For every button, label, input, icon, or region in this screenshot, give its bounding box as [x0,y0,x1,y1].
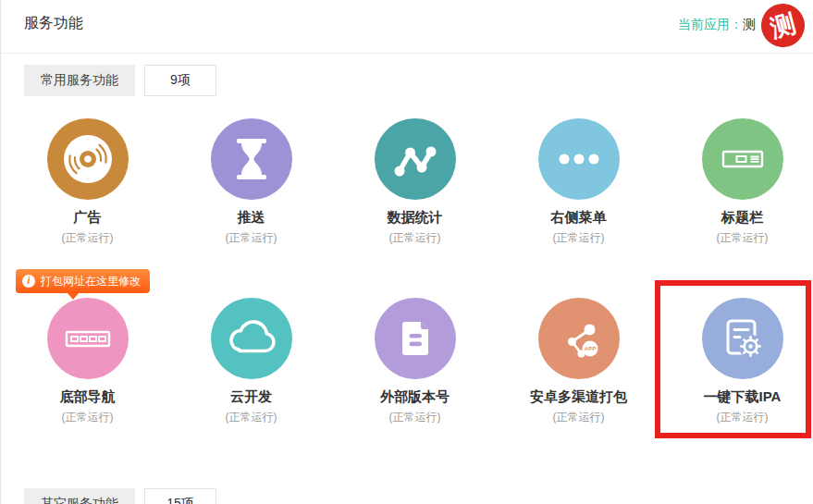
service-status: (正常运行) [717,411,769,424]
document-icon[interactable] [375,298,456,379]
disc-icon[interactable] [47,118,129,200]
other-services-count: 15项 [144,488,216,504]
service-name: 外部版本号 [380,388,450,405]
current-app-indicator: 当前应用：测 [678,17,756,33]
service-status: (正常运行) [389,231,441,245]
current-app-label: 当前应用： [678,17,743,31]
service-status: (正常运行) [553,411,605,424]
service-item-push[interactable]: 推送 (正常运行) [169,118,333,245]
info-icon: i [22,275,35,288]
service-status: (正常运行) [62,231,114,245]
current-app-name: 测 [743,17,756,31]
service-item-right-menu[interactable]: 右侧菜单 (正常运行) [497,118,660,245]
service-name: 右侧菜单 [551,209,607,226]
ellipsis-icon[interactable] [538,118,620,200]
service-status: (正常运行) [226,231,277,245]
common-services-count: 9项 [144,65,216,96]
service-name: 广告 [74,209,102,226]
tooltip-arrow [68,293,79,300]
service-name: 标题栏 [721,209,763,226]
service-grid-row-1: 广告 (正常运行) 推送 (正常运行) [6,118,813,245]
title-bar-icon[interactable] [702,118,783,200]
service-item-bottom-nav[interactable]: 底部导航 (正常运行) [6,298,169,424]
service-name: 云开发 [230,388,272,405]
service-item-title-bar[interactable]: 标题栏 (正常运行) [660,118,813,245]
bottom-nav-icon[interactable] [47,298,129,379]
service-grid-row-2: 底部导航 (正常运行) 云开发 (正常运行) 外部版本号 (正常运行) [6,298,813,424]
service-item-android-packaging[interactable]: APP 安卓多渠道打包 (正常运行) [497,298,660,424]
service-name: 推送 [238,209,265,226]
app-avatar-badge[interactable]: 测 [757,0,810,52]
page-title: 服务功能 [24,14,83,33]
service-status: (正常运行) [553,231,605,245]
service-status: (正常运行) [62,411,114,424]
service-status: (正常运行) [226,411,277,424]
doc-gear-icon[interactable] [702,298,783,379]
service-name: 数据统计 [388,209,443,226]
service-name: 一键下载IPA [704,388,782,405]
cloud-icon[interactable] [211,298,292,379]
packaging-url-tooltip: i 打包网址在这里修改 [16,269,150,293]
service-name: 安卓多渠道打包 [530,388,627,405]
service-item-statistics[interactable]: 数据统计 (正常运行) [333,118,497,245]
hourglass-icon[interactable] [211,118,292,200]
service-item-download-ipa[interactable]: 一键下载IPA (正常运行) [660,298,813,424]
service-status: (正常运行) [717,231,769,245]
service-status: (正常运行) [389,411,441,424]
tooltip-text: 打包网址在这里修改 [41,269,141,293]
service-item-external-version[interactable]: 外部版本号 (正常运行) [333,298,497,424]
service-name: 底部导航 [60,388,116,405]
header-divider [1,53,813,54]
share-app-icon[interactable]: APP [538,298,620,379]
app-badge-text: APP [584,346,595,351]
tab-other-services[interactable]: 其它服务功能 [24,488,135,504]
service-item-cloud-dev[interactable]: 云开发 (正常运行) [169,298,333,424]
tab-common-services[interactable]: 常用服务功能 [24,65,135,96]
service-item-ad[interactable]: 广告 (正常运行) [6,118,169,245]
line-chart-icon[interactable] [375,118,456,200]
